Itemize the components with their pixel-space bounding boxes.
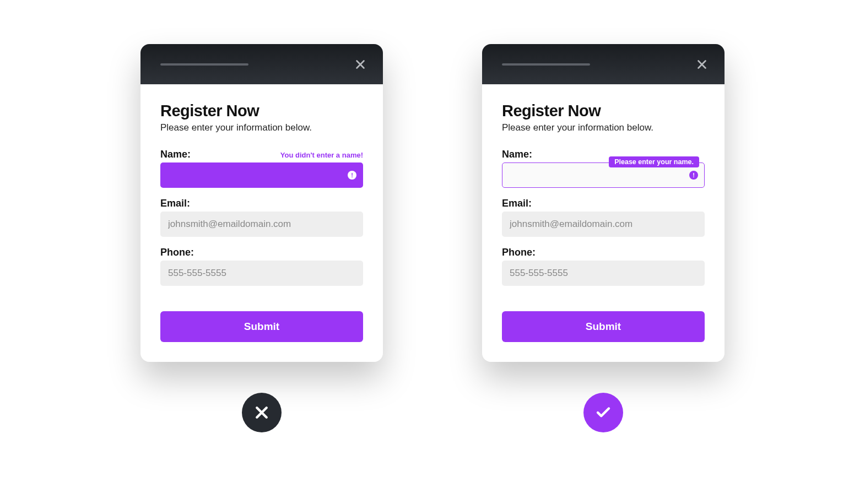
- header-placeholder-line: [160, 63, 248, 66]
- phone-input[interactable]: [502, 261, 705, 286]
- email-input[interactable]: [502, 212, 705, 237]
- bad-example: Register Now Please enter your informati…: [140, 44, 383, 432]
- name-field: Name: You didn't enter a name! !: [160, 149, 363, 188]
- submit-button[interactable]: Submit: [160, 311, 363, 342]
- verdict-bad-icon: [242, 393, 282, 432]
- modal-body: Register Now Please enter your informati…: [140, 84, 383, 362]
- name-input[interactable]: [160, 162, 363, 188]
- modal-title: Register Now: [502, 102, 705, 120]
- name-error-text: You didn't enter a name!: [280, 151, 363, 159]
- verdict-good-icon: [583, 393, 623, 432]
- modal-card: Register Now Please enter your informati…: [482, 44, 725, 362]
- modal-subtitle: Please enter your information below.: [160, 122, 363, 133]
- name-error-chip: Please enter your name.: [609, 156, 699, 167]
- alert-icon: !: [689, 171, 698, 180]
- phone-label: Phone:: [502, 247, 536, 258]
- name-field: Name: Please enter your name. !: [502, 149, 705, 188]
- email-field: Email:: [160, 198, 363, 237]
- modal-subtitle: Please enter your information below.: [502, 122, 705, 133]
- close-icon[interactable]: [354, 58, 366, 71]
- header-placeholder-line: [502, 63, 590, 66]
- name-label: Name:: [502, 149, 532, 160]
- email-field: Email:: [502, 198, 705, 237]
- good-example: Register Now Please enter your informati…: [482, 44, 725, 432]
- phone-field: Phone:: [160, 247, 363, 286]
- email-label: Email:: [502, 198, 532, 209]
- name-label: Name:: [160, 149, 191, 160]
- modal-header: [482, 44, 725, 84]
- phone-label: Phone:: [160, 247, 194, 258]
- alert-icon: !: [348, 171, 356, 180]
- phone-input[interactable]: [160, 261, 363, 286]
- submit-button[interactable]: Submit: [502, 311, 705, 342]
- modal-body: Register Now Please enter your informati…: [482, 84, 725, 362]
- modal-card: Register Now Please enter your informati…: [140, 44, 383, 362]
- phone-field: Phone:: [502, 247, 705, 286]
- email-label: Email:: [160, 198, 190, 209]
- email-input[interactable]: [160, 212, 363, 237]
- modal-title: Register Now: [160, 102, 363, 120]
- close-icon[interactable]: [696, 58, 708, 71]
- modal-header: [140, 44, 383, 84]
